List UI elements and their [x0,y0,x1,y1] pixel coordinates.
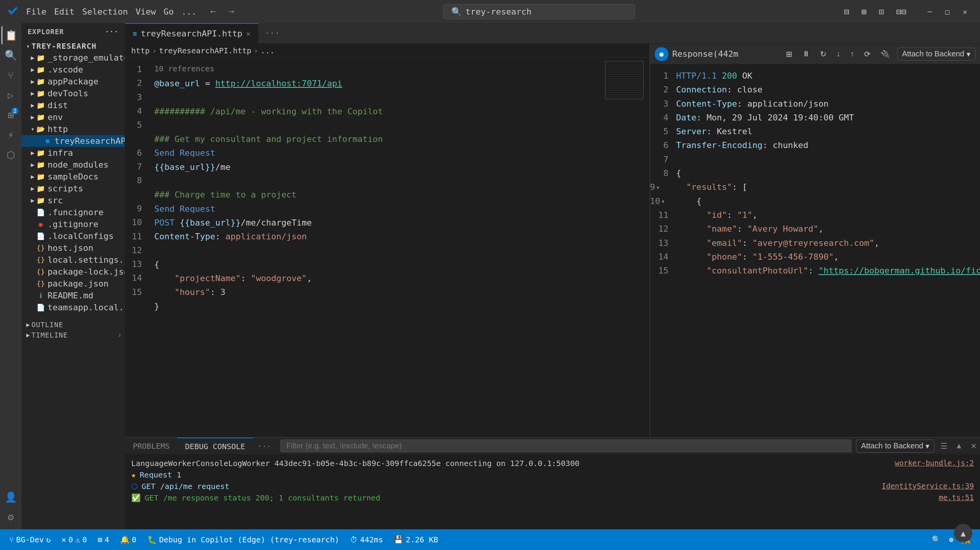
toolbar-reload-btn[interactable]: ⟳ [861,48,874,60]
tree-item-node-modules[interactable]: ▶ 📁 node_modules [21,159,125,171]
outline-section[interactable]: ▶ OUTLINE [21,319,125,330]
tree-item-devtools[interactable]: ▶ 📁 devTools [21,87,125,99]
problems-label: PROBLEMS [133,441,170,451]
nav-forward[interactable]: → [224,5,239,18]
terminal-more[interactable]: ··· [253,441,276,451]
toolbar-down-btn[interactable]: ↓ [833,48,843,60]
search-box[interactable]: 🔍 trey-research [443,4,635,19]
tree-item-env[interactable]: ▶ 📁 env [21,111,125,123]
terminal-list-btn[interactable]: ☰ [937,441,950,451]
timeline-label: TIMELINE [31,331,68,339]
tree-item-local-settings[interactable]: {} local.settings.json [21,254,125,266]
status-size[interactable]: 💾 2.26 KB [391,534,441,545]
log-response-file[interactable]: me.ts:51 [939,492,974,503]
tree-item-localconfigs[interactable]: 📄 .localConfigs [21,230,125,242]
activity-remote[interactable]: ⚡ [2,126,20,144]
status-errors[interactable]: ✕ 0 ⚠ 0 [58,534,90,545]
activity-explorer[interactable]: 📋 [2,26,20,44]
tree-item-host-json[interactable]: {} host.json [21,242,125,254]
label: env [48,112,63,122]
editor-area: ≡ treyResearchAPI.http ✕ ··· http › trey… [125,23,980,529]
status-debug[interactable]: 🐛 Debug in Copilot (Edge) (trey-research… [144,534,343,545]
toolbar-grid-btn[interactable]: ⊞ [783,48,795,60]
label: .funcignore [48,207,104,217]
terminal-attach-backend-button[interactable]: Attach to Backend ▾ [856,440,934,453]
menu-go[interactable]: Go [163,7,174,16]
tree-item-vscode[interactable]: ▶ 📁 .vscode [21,64,125,76]
branch-icon: ⑂ [9,535,14,544]
tree-item-apppackage[interactable]: ▶ 📁 appPackage [21,76,125,87]
code-line-send2[interactable]: Send Request [154,202,643,216]
toolbar-refresh-btn[interactable]: ↻ [817,48,830,60]
terminal-content: LanguageWorkerConsoleLogWorker 443dec91-… [125,454,980,529]
menu-file[interactable]: File [26,7,46,16]
tree-item-scripts[interactable]: ▶ 📁 scripts [21,183,125,194]
tree-item-dist[interactable]: ▶ 📁 dist [21,99,125,111]
activity-testing[interactable]: ⬡ [2,146,20,164]
tree-item-package-json[interactable]: {} package.json [21,278,125,290]
code-editor[interactable]: 10 references @base_url = http://localho… [148,58,650,437]
folder-icon: 📁 [36,65,45,74]
maximize-button[interactable]: □ [939,5,956,18]
toolbar-up-btn[interactable]: ↑ [847,48,857,60]
toolbar-debug-btn[interactable]: 🔌 [878,48,893,60]
label: scripts [48,184,83,193]
tree-item-readme[interactable]: ℹ README.md [21,290,125,301]
tree-root[interactable]: ▾ TREY-RESEARCH [21,40,125,52]
minimize-button[interactable]: ─ [921,5,939,18]
status-zoom[interactable]: 🔍 [929,534,944,545]
activity-source-control[interactable]: ⑂ [2,66,20,84]
tree-item-treyresearchapi[interactable]: ≡ treyResearchAPI.http [21,135,125,147]
response-body: HTTP/1.1 200 OK Connection: close Conten… [673,64,980,437]
code-line-3: ########## /api/me - working with the Co… [154,105,643,119]
menu-view[interactable]: View [135,7,156,16]
log-worker-file[interactable]: worker-bundle.js:2 [895,458,974,469]
code-line-send1[interactable]: Send Request [154,146,643,160]
tree-item-storage[interactable]: ▶ 📁 _storage_emulator [21,52,125,64]
tree-item-gitignore[interactable]: ◉ .gitignore [21,218,125,230]
breadcrumb: http › treyResearchAPI.http › ... [125,44,650,58]
menu-selection[interactable]: Selection [82,7,128,16]
tree-item-teamsapp[interactable]: 📄 teamsapp.local.yml [21,301,125,313]
tab-treyresearchapi[interactable]: ≡ treyResearchAPI.http ✕ [125,23,259,43]
activity-run[interactable]: ▷ [2,86,20,104]
activity-settings[interactable]: ⚙ [2,508,20,526]
toolbar-pause-btn[interactable]: ⏸ [799,48,813,60]
tab-debug-console[interactable]: DEBUG CONSOLE [177,438,253,454]
terminal-filter-input[interactable] [280,440,851,452]
close-button[interactable]: ✕ [956,5,974,18]
timeline-section[interactable]: ▶ TIMELINE › [21,330,125,340]
terminal-up-btn[interactable]: ▲ [952,441,966,451]
timeline-expand[interactable]: › [117,331,125,339]
tree-item-funcignore[interactable]: 📄 .funcignore [21,206,125,218]
layout-icon[interactable]: ⊟⊟ [892,5,911,18]
panel-toggle[interactable]: ⊞ [857,5,871,18]
tab-problems[interactable]: PROBLEMS [125,438,177,454]
response-title: Response(442m [672,49,779,59]
menu-edit[interactable]: Edit [54,7,74,16]
tree-item-http[interactable]: ▾ 📂 http [21,123,125,135]
terminal-close-btn[interactable]: ✕ [967,441,980,451]
bc-sep2: › [254,46,258,55]
menu-more[interactable]: ... [181,7,197,16]
status-time[interactable]: ⏱ 442ms [347,534,386,545]
activity-extensions[interactable]: ⊞ 2 [2,106,20,124]
activity-search[interactable]: 🔍 [2,46,20,64]
explorer-more[interactable]: ··· [105,28,119,36]
tab-close-icon[interactable]: ✕ [246,30,251,38]
status-branch[interactable]: ⑂ BG-Dev ↻ [6,534,54,545]
sidebar-toggle[interactable]: ⊟ [840,5,854,18]
activity-account[interactable]: 👤 [2,488,20,506]
log-get-file[interactable]: IdentityService.ts:39 [882,481,974,492]
status-notifications[interactable]: 🔔 0 [117,534,140,545]
tab-more[interactable]: ··· [259,28,286,38]
tree-item-package-lock[interactable]: {} package-lock.json [21,266,125,278]
tree-item-sampledocs[interactable]: ▶ 📁 sampleDocs [21,171,125,183]
status-ports[interactable]: ⊞ 4 [94,534,112,545]
attach-backend-button[interactable]: Attach to Backend ▾ [897,48,975,61]
tree-item-infra[interactable]: ▶ 📁 infra [21,147,125,159]
tree-item-src[interactable]: ▶ 📁 src [21,194,125,206]
split-toggle[interactable]: ⊡ [874,5,888,18]
nav-back[interactable]: ← [206,5,220,18]
code-line-15: } [154,300,643,313]
